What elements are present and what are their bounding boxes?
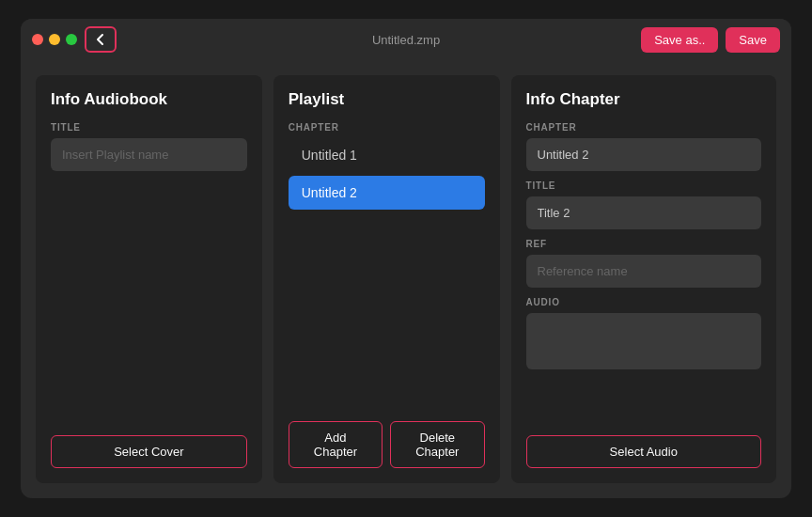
back-button[interactable]: [85, 26, 117, 53]
info-chapter-bottom: Select Audio: [526, 424, 762, 468]
chapter-list-label: CHAPTER: [289, 122, 485, 133]
info-chapter-panel: Info Chapter CHAPTER TITLE REF AUDIO: [511, 75, 777, 483]
save-as-button[interactable]: Save as..: [641, 27, 718, 53]
title-label: TITLE: [51, 122, 247, 133]
titlebar-actions: Save as.. Save: [641, 27, 780, 53]
maximize-button[interactable]: [66, 34, 77, 45]
chapter-item-2[interactable]: Untitled 2: [289, 176, 485, 210]
add-chapter-button[interactable]: Add Chapter: [289, 421, 383, 468]
audiobook-panel-bottom: Select Cover: [51, 424, 247, 468]
chapter-field-input[interactable]: [526, 138, 762, 171]
info-chapter-heading: Info Chapter: [526, 90, 762, 109]
titlebar: Untitled.zmp Save as.. Save: [21, 19, 791, 60]
chapter-list: Untitled 1 Untitled 2: [289, 138, 485, 410]
playlist-panel: Playlist CHAPTER Untitled 1 Untitled 2 A…: [273, 75, 500, 483]
playlist-actions: Add Chapter Delete Chapter: [289, 410, 485, 468]
chapter-title-input[interactable]: [526, 196, 762, 229]
ref-field-group: REF: [526, 239, 762, 288]
traffic-lights: [32, 34, 77, 45]
chapter-item-1[interactable]: Untitled 1: [289, 138, 485, 172]
title-input[interactable]: [51, 138, 247, 171]
ref-label: REF: [526, 239, 762, 249]
audio-area: [526, 313, 762, 369]
minimize-button[interactable]: [49, 34, 60, 45]
main-content: Info Audiobook TITLE Select Cover Playli…: [21, 60, 791, 498]
title-field-group: TITLE: [526, 180, 762, 229]
window-title: Untitled.zmp: [372, 33, 440, 47]
chapter-field-group: CHAPTER: [526, 122, 762, 171]
select-audio-button[interactable]: Select Audio: [526, 435, 762, 468]
playlist-heading: Playlist: [289, 90, 485, 109]
save-button[interactable]: Save: [726, 27, 780, 53]
back-icon: [93, 32, 108, 47]
close-button[interactable]: [32, 34, 43, 45]
info-audiobook-heading: Info Audiobook: [51, 90, 247, 109]
info-audiobook-panel: Info Audiobook TITLE Select Cover: [36, 75, 262, 483]
chapter-title-label: TITLE: [526, 180, 762, 191]
chapter-field-label: CHAPTER: [526, 122, 762, 133]
audio-label: AUDIO: [526, 297, 762, 307]
select-cover-button[interactable]: Select Cover: [51, 435, 247, 468]
audio-field-group: AUDIO: [526, 297, 762, 369]
info-chapter-fields: CHAPTER TITLE REF AUDIO: [526, 122, 762, 424]
app-window: Untitled.zmp Save as.. Save Info Audiobo…: [21, 19, 791, 498]
delete-chapter-button[interactable]: Delete Chapter: [390, 421, 484, 468]
ref-input[interactable]: [526, 255, 762, 288]
